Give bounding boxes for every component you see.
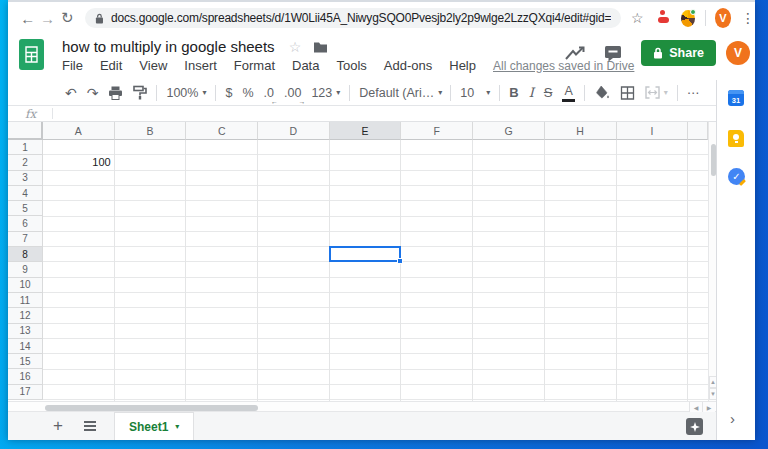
menu-tools[interactable]: Tools: [336, 58, 366, 73]
bold-button[interactable]: B: [504, 83, 523, 103]
bookmark-star-icon[interactable]: ☆: [631, 10, 644, 26]
browser-profile-avatar[interactable]: V: [715, 8, 731, 28]
back-icon[interactable]: ←: [18, 10, 38, 27]
scroll-right-icon[interactable]: ▶: [702, 402, 715, 412]
font-size-select[interactable]: 10▾: [455, 83, 495, 103]
menu-help[interactable]: Help: [449, 58, 476, 73]
explore-button[interactable]: [686, 418, 703, 435]
row-header-14[interactable]: 14: [8, 339, 43, 354]
desktop-background: ← → ↻ docs.google.com/spreadsheets/d/1W0…: [0, 0, 768, 449]
menu-data[interactable]: Data: [292, 58, 319, 73]
expand-side-panel-icon[interactable]: ›: [730, 410, 735, 427]
formula-input[interactable]: [53, 106, 716, 121]
decrease-decimals-button[interactable]: .0←: [259, 83, 279, 103]
column-header-H[interactable]: H: [545, 122, 617, 140]
fill-color-button[interactable]: [589, 83, 615, 103]
chevron-down-icon: ▾: [486, 88, 490, 97]
column-header-E[interactable]: E: [330, 122, 402, 140]
vertical-scrollbar[interactable]: ▲ ▼: [708, 122, 716, 401]
horizontal-scrollbar-thumb[interactable]: [45, 405, 258, 411]
menu-file[interactable]: File: [62, 58, 83, 73]
horizontal-scrollbar[interactable]: ◀ ▶: [8, 401, 716, 412]
row-header-9[interactable]: 9: [8, 262, 43, 277]
cells-area[interactable]: 100: [43, 140, 708, 401]
vertical-scrollbar-thumb[interactable]: [711, 144, 716, 176]
select-all-corner[interactable]: [8, 122, 43, 140]
column-header-D[interactable]: D: [258, 122, 330, 140]
row-header-5[interactable]: 5: [8, 201, 43, 216]
increase-decimals-button[interactable]: .00→: [279, 83, 306, 103]
column-header-B[interactable]: B: [115, 122, 187, 140]
column-header-G[interactable]: G: [473, 122, 545, 140]
selected-cell[interactable]: [329, 246, 402, 262]
browser-menu-icon[interactable]: ⋮: [741, 10, 755, 26]
italic-button[interactable]: I: [524, 83, 539, 103]
row-header-16[interactable]: 16: [8, 369, 43, 384]
row-header-15[interactable]: 15: [8, 354, 43, 369]
row-header-8[interactable]: 8: [8, 247, 43, 262]
row-header-1[interactable]: 1: [8, 140, 43, 155]
row-header-13[interactable]: 13: [8, 324, 43, 339]
address-bar[interactable]: docs.google.com/spreadsheets/d/1W0Lii45A…: [85, 8, 621, 28]
merge-cells-button[interactable]: ▾: [640, 83, 673, 103]
borders-button[interactable]: [615, 83, 640, 103]
menu-insert[interactable]: Insert: [184, 58, 217, 73]
paint-format-icon[interactable]: [128, 83, 152, 103]
row-header-17[interactable]: 17: [8, 385, 43, 400]
share-button[interactable]: Share: [641, 40, 716, 66]
font-size-value: 10: [460, 86, 474, 100]
print-icon[interactable]: [103, 83, 128, 103]
forward-icon[interactable]: →: [38, 10, 58, 27]
calendar-icon[interactable]: 31: [728, 90, 744, 106]
row-header-7[interactable]: 7: [8, 232, 43, 247]
document-title[interactable]: how to multiply in google sheets: [62, 38, 275, 55]
column-header-A[interactable]: A: [43, 122, 115, 140]
tasks-icon[interactable]: ✓: [728, 168, 745, 185]
row-header-12[interactable]: 12: [8, 308, 43, 323]
column-header-partial[interactable]: [688, 122, 708, 140]
sheet-tab-sheet1[interactable]: Sheet1 ▾: [114, 412, 194, 440]
menu-format[interactable]: Format: [234, 58, 275, 73]
extension-adblock-icon[interactable]: [658, 10, 671, 26]
add-sheet-icon[interactable]: +: [48, 416, 68, 436]
keep-icon[interactable]: [728, 130, 744, 147]
extension-globe-icon[interactable]: [681, 10, 695, 27]
format-currency-button[interactable]: $: [220, 83, 237, 103]
menu-edit[interactable]: Edit: [100, 58, 122, 73]
text-color-button[interactable]: A: [557, 83, 579, 103]
account-avatar[interactable]: V: [726, 41, 750, 65]
strikethrough-button[interactable]: S: [539, 83, 558, 103]
column-header-F[interactable]: F: [401, 122, 473, 140]
row-header-11[interactable]: 11: [8, 293, 43, 308]
redo-icon[interactable]: ↷: [82, 83, 104, 103]
row-header-10[interactable]: 10: [8, 278, 43, 293]
keep-bulb-base: [735, 141, 738, 144]
font-select[interactable]: Default (Ari…▾: [354, 83, 446, 103]
reload-icon[interactable]: ↻: [57, 9, 77, 27]
column-header-I[interactable]: I: [617, 122, 689, 140]
zoom-select[interactable]: 100%▾: [161, 83, 211, 103]
row-header-2[interactable]: 2: [8, 155, 43, 170]
all-sheets-icon[interactable]: [80, 421, 100, 431]
menu-view[interactable]: View: [139, 58, 167, 73]
move-folder-icon[interactable]: [313, 41, 328, 53]
star-document-icon[interactable]: ☆: [289, 39, 302, 55]
scroll-left-icon[interactable]: ◀: [689, 402, 702, 412]
sheets-logo-icon[interactable]: [19, 39, 44, 70]
row-header-6[interactable]: 6: [8, 216, 43, 231]
more-toolbar-button[interactable]: ⋯: [682, 83, 705, 103]
activity-trend-icon[interactable]: [565, 46, 586, 61]
fill-handle[interactable]: [397, 258, 403, 264]
cell-A2[interactable]: 100: [43, 155, 115, 170]
row-header-4[interactable]: 4: [8, 186, 43, 201]
comment-history-icon[interactable]: [604, 45, 623, 62]
column-header-C[interactable]: C: [186, 122, 258, 140]
more-formats-button[interactable]: 123▾: [306, 83, 345, 103]
sheets-header: how to multiply in google sheets ☆ FileE…: [8, 32, 755, 80]
row-header-3[interactable]: 3: [8, 171, 43, 186]
menu-addons[interactable]: Add-ons: [384, 58, 432, 73]
undo-icon[interactable]: ↶: [60, 83, 82, 103]
toolbar-divider: [450, 85, 451, 101]
browser-window: ← → ↻ docs.google.com/spreadsheets/d/1W0…: [8, 0, 755, 438]
format-percent-button[interactable]: %: [237, 83, 258, 103]
